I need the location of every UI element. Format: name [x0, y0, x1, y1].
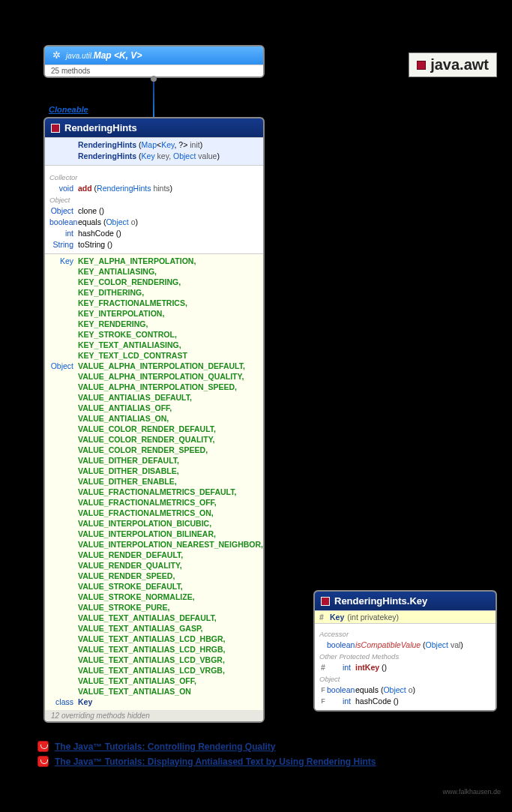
constant: VALUE_ANTIALIAS_OFF,	[78, 403, 263, 413]
package-name: java.awt	[430, 56, 489, 73]
constant: VALUE_ALPHA_INTERPOLATION_QUALITY,	[78, 371, 263, 382]
inheritance-connector	[153, 78, 154, 117]
constant: VALUE_FRACTIONALMETRICS_ON,	[78, 508, 263, 518]
ctor-row: # Key (int privatekey)	[315, 610, 496, 623]
class-icon	[321, 597, 330, 606]
constant: VALUE_RENDER_QUALITY,	[78, 560, 263, 571]
values-list: VALUE_ALPHA_INTERPOLATION_DEFAULT,VALUE_…	[78, 361, 263, 697]
keys-list: KEY_ALPHA_INTERPOLATION,KEY_ANTIALIASING…	[78, 256, 196, 361]
watermark: www.falkhausen.de	[442, 788, 501, 796]
constant: KEY_ANTIALIASING,	[78, 266, 196, 277]
class-icon	[51, 124, 60, 133]
constant: VALUE_INTERPOLATION_BILINEAR,	[78, 529, 263, 539]
constant: VALUE_STROKE_PURE,	[78, 602, 263, 613]
constant: VALUE_INTERPOLATION_BICUBIC,	[78, 518, 263, 529]
link-row: The Java™ Tutorials: Displaying Antialia…	[37, 756, 376, 767]
gear-icon: ✲	[51, 50, 61, 61]
constant: VALUE_INTERPOLATION_NEAREST_NEIGHBOR,	[78, 539, 263, 550]
ctor-row: RenderingHints (Key key, Object value)	[49, 151, 259, 162]
interface-header: ✲ java.util.Map <K, V>	[45, 46, 263, 64]
constant: KEY_TEXT_ANTIALIASING,	[78, 340, 196, 350]
constant: VALUE_DITHER_ENABLE,	[78, 476, 263, 487]
constant: VALUE_ALPHA_INTERPOLATION_SPEED,	[78, 382, 263, 392]
links-area: The Java™ Tutorials: Controlling Renderi…	[37, 737, 376, 771]
constant: VALUE_TEXT_ANTIALIAS_LCD_HRGB,	[78, 644, 263, 655]
method-row: booleanisCompatibleValue (Object val)	[319, 640, 491, 651]
constant: KEY_INTERPOLATION,	[78, 308, 196, 319]
class-box-renderinghints-key: RenderingHints.Key # Key (int privatekey…	[313, 590, 497, 712]
interface-pkg: java.util.	[66, 52, 94, 60]
keys-group: Key KEY_ALPHA_INTERPOLATION,KEY_ANTIALIA…	[49, 256, 259, 361]
category-label: Object	[319, 673, 491, 685]
constant: VALUE_ANTIALIAS_ON,	[78, 413, 263, 424]
link-row: The Java™ Tutorials: Controlling Renderi…	[37, 741, 376, 752]
method-row: booleanequals (Object o)	[49, 217, 259, 228]
constant: KEY_TEXT_LCD_CONTRAST	[78, 350, 196, 361]
package-icon	[417, 61, 426, 70]
class-header: RenderingHints.Key	[315, 592, 496, 610]
final-icon: F	[319, 685, 327, 696]
oracle-icon	[37, 756, 49, 767]
class-title: RenderingHints.Key	[334, 595, 427, 607]
method-row: inthashCode ()	[49, 228, 259, 239]
constant: VALUE_STROKE_DEFAULT,	[78, 581, 263, 592]
cloneable-label[interactable]: Cloneable	[49, 105, 88, 114]
methods-section: Accessor booleanisCompatibleValue (Objec…	[315, 623, 496, 710]
tutorial-link[interactable]: The Java™ Tutorials: Displaying Antialia…	[55, 757, 376, 767]
class-header: RenderingHints	[45, 118, 263, 137]
class-footer: 12 overriding methods hidden	[45, 710, 263, 721]
constant: VALUE_TEXT_ANTIALIAS_DEFAULT,	[78, 613, 263, 623]
constant: VALUE_TEXT_ANTIALIAS_ON	[78, 686, 263, 697]
constant: VALUE_RENDER_DEFAULT,	[78, 550, 263, 560]
constant: VALUE_COLOR_RENDER_SPEED,	[78, 445, 263, 455]
values-group: Object VALUE_ALPHA_INTERPOLATION_DEFAULT…	[49, 361, 259, 697]
constant: KEY_ALPHA_INTERPOLATION,	[78, 256, 196, 266]
constant: VALUE_TEXT_ANTIALIAS_LCD_HBGR,	[78, 634, 263, 644]
constant: VALUE_ANTIALIAS_DEFAULT,	[78, 392, 263, 403]
category-label: Collector	[49, 172, 259, 183]
constant: VALUE_STROKE_NORMALIZE,	[78, 592, 263, 602]
constant: VALUE_TEXT_ANTIALIAS_LCD_VRGB,	[78, 665, 263, 676]
category-label: Other Protected Methods	[319, 651, 491, 662]
constant: VALUE_TEXT_ANTIALIAS_LCD_VBGR,	[78, 655, 263, 665]
constant: KEY_COLOR_RENDERING,	[78, 277, 196, 287]
constructors-section: RenderingHints (Map<Key, ?> init) Render…	[45, 137, 263, 165]
category-label: Accessor	[319, 628, 491, 640]
protected-icon: #	[319, 613, 327, 622]
constant: KEY_DITHERING,	[78, 287, 196, 298]
interface-box-map: ✲ java.util.Map <K, V> 25 methods	[43, 45, 265, 78]
category-label: Object	[49, 194, 259, 205]
method-row: StringtoString ()	[49, 239, 259, 250]
class-box-renderinghints: RenderingHints RenderingHints (Map<Key, …	[43, 117, 265, 723]
constants-section: Key KEY_ALPHA_INTERPOLATION,KEY_ANTIALIA…	[45, 253, 263, 710]
constant: VALUE_ALPHA_INTERPOLATION_DEFAULT,	[78, 361, 263, 371]
interface-class: Map	[94, 50, 112, 61]
constant: VALUE_COLOR_RENDER_QUALITY,	[78, 434, 263, 445]
method-row: #intintKey ()	[319, 662, 491, 673]
constant: VALUE_COLOR_RENDER_DEFAULT,	[78, 424, 263, 434]
constant: KEY_FRACTIONALMETRICS,	[78, 298, 196, 308]
constant: VALUE_DITHER_DISABLE,	[78, 466, 263, 476]
protected-icon: #	[319, 662, 327, 673]
class-title: RenderingHints	[64, 122, 137, 133]
oracle-icon	[37, 741, 49, 752]
constant: KEY_STROKE_CONTROL,	[78, 329, 196, 340]
ctor-row: RenderingHints (Map<Key, ?> init)	[49, 139, 259, 151]
method-row: void add (RenderingHints hints)	[49, 183, 259, 194]
interface-generics: <K, V>	[114, 50, 142, 61]
constant: VALUE_FRACTIONALMETRICS_DEFAULT,	[78, 487, 263, 497]
constant: VALUE_DITHER_DEFAULT,	[78, 455, 263, 466]
constant: VALUE_FRACTIONALMETRICS_OFF,	[78, 497, 263, 508]
constant: KEY_RENDERING,	[78, 319, 196, 329]
package-badge: java.awt	[409, 52, 497, 77]
constant: VALUE_TEXT_ANTIALIAS_OFF,	[78, 676, 263, 686]
final-icon: F	[319, 696, 327, 707]
methods-section: Collector void add (RenderingHints hints…	[45, 165, 263, 253]
interface-subtitle: 25 methods	[45, 64, 263, 76]
constant: VALUE_TEXT_ANTIALIAS_GASP,	[78, 623, 263, 634]
method-row: Objectclone ()	[49, 205, 259, 217]
tutorial-link[interactable]: The Java™ Tutorials: Controlling Renderi…	[55, 742, 275, 752]
constant: VALUE_RENDER_SPEED,	[78, 571, 263, 581]
method-row: FinthashCode ()	[319, 696, 491, 707]
inner-class-row: class Key	[49, 697, 259, 707]
